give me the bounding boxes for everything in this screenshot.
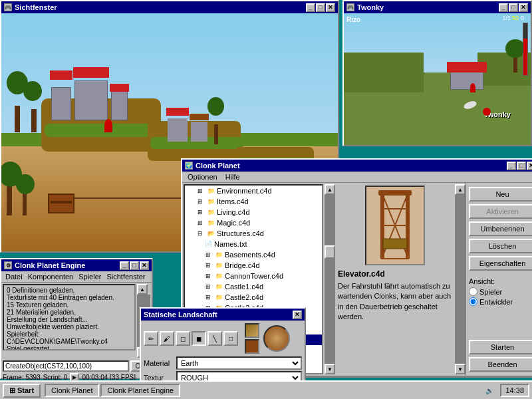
tree-item-bridge[interactable]: ⊞ 📁 Bridge.c4d [185,260,322,271]
tree-label-cannontower: CannonTower.c4d [225,272,283,280]
clonk-planet-menu-hilfe[interactable]: Hilfe [221,172,244,182]
folder-icon-living: 📁 [206,207,215,217]
tool-rect[interactable]: □ [223,331,238,346]
folder-icon-castle1: 📁 [214,282,223,291]
tree-item-castle1[interactable]: ⊞ 📁 Castle1.c4d [185,281,322,292]
tree-item-castle2[interactable]: ⊞ 📁 Castle2.c4d [185,292,322,303]
static-land-close[interactable]: ✕ [293,311,302,319]
log-line-2: Texturliste mit 40 Einträgen geladen. [7,294,132,301]
ansicht-entwickler-option[interactable]: Entwickler [469,297,532,306]
folder-icon-items: 📁 [206,197,215,206]
sichtfenster-close[interactable]: ✕ [326,3,335,12]
twonky-close[interactable]: ✕ [519,3,528,12]
clonk-planet-menu-optionen[interactable]: Optionen [184,172,221,182]
elevator-svg [375,189,415,262]
twonky-player-name: Rizo [346,16,360,23]
tree-scroll-thumb[interactable] [325,245,335,259]
twonky-terrain-left [344,53,424,92]
static-land-window: Statische Landschaft ✕ ✏ 🖌 ◻ ◼ ╲ □ Mater… [140,307,306,382]
tool-fill[interactable]: 🖌 [160,331,174,346]
folder-icon-castle2: 📁 [214,293,223,302]
ansicht-spieler-radio[interactable] [469,287,477,296]
twonky-house-roof [447,62,487,72]
twonky-clonk [470,83,475,92]
tree-scroll-down[interactable]: ▼ [325,364,335,374]
tree-scrollbar: ▲ ▼ [325,184,335,374]
chest-strip [51,201,72,203]
preview-image [365,186,425,265]
activate-button[interactable]: Aktivieren [469,204,532,219]
preview-scroll-down[interactable]: ▼ [455,364,466,374]
start-button[interactable]: Starten [469,340,532,354]
tree-item-living[interactable]: ⊞ 📁 Living.c4d [185,207,322,217]
engine-menu-sichtfenster[interactable]: Sichtfenster [104,272,148,281]
tree-item-environment[interactable]: ⊞ 📁 Environment.c4d [185,186,322,196]
folder-icon-basements: 📁 [214,250,223,259]
material-row: Material Earth [144,356,302,370]
tree-item-magic[interactable]: ⊞ 📁 Magic.c4d [185,217,322,228]
tree-item-structures[interactable]: ⊟ 📂 Structures.c4d [185,228,322,239]
tree-item-basements[interactable]: ⊞ 📁 Basements.c4d [185,249,322,260]
engine-scroll-up[interactable]: ▲ [137,284,148,295]
clonk-planet-maximize[interactable]: □ [517,162,526,170]
engine-maximize[interactable]: □ [130,261,139,270]
taskbar-item-clonk-planet[interactable]: Clonk Planet [45,384,99,397]
tree-item-names[interactable]: 📄 Names.txt [185,239,322,249]
delete-button[interactable]: Löschen [469,239,532,253]
tool-pencil[interactable]: ✏ [144,331,158,346]
tool-eraser[interactable]: ◻ [176,331,190,346]
new-button[interactable]: Neu [469,187,532,201]
start-button-taskbar[interactable]: ⊞ Start [3,384,41,398]
tree-item-items[interactable]: ⊞ 📁 Items.c4d [185,196,322,207]
tool-select[interactable]: ◼ [192,331,206,346]
end-button[interactable]: Beenden [469,357,532,372]
material-preview [245,323,259,354]
texture-preview-circle [263,325,290,352]
rename-button[interactable]: Umbenennen [469,221,532,236]
clonk-planet-menu-bar: Optionen Hilfe [182,172,532,183]
tree-label-castle2: Castle2.c4d [225,293,263,301]
clonk-planet-close[interactable]: ✕ [527,162,532,170]
preview-scroll-up[interactable]: ▲ [455,184,466,195]
twonky-maximize[interactable]: □ [509,3,518,12]
clonk-planet-minimize[interactable]: _ [507,162,516,170]
engine-frame: Frame: 5393 [3,374,41,381]
engine-menu-spieler[interactable]: Spieler [76,272,104,281]
log-line-3: 15 Texturen geladen. [7,301,132,309]
ansicht-entwickler-radio[interactable] [469,297,477,306]
start-label: Start [17,386,34,394]
castle-roof-2 [110,84,129,92]
taskbar-item-engine[interactable]: Clonk Planet Engine [100,384,180,397]
engine-command-input[interactable] [3,360,129,372]
tool-line[interactable]: ╲ [207,331,222,346]
twonky-resources: 50 [512,15,519,21]
tree-trunk-1 [15,106,20,132]
ansicht-label: Ansicht: [469,277,532,285]
start-icon: ⊞ [9,386,15,395]
ansicht-group: Ansicht: Spieler Entwickler [469,277,532,307]
twonky-minimize[interactable]: _ [499,3,508,12]
log-line-4: 21 Materialien geladen. [7,309,132,316]
engine-close[interactable]: ✕ [140,261,149,270]
sichtfenster-title: Sichtfenster [15,3,57,11]
static-land-title: Statische Landschaft [144,311,217,319]
tree-item-cannontower[interactable]: ⊞ 📁 CannonTower.c4d [185,271,322,281]
static-land-body: ✏ 🖌 ◻ ◼ ╲ □ Material Earth Textur ROUGH [141,321,305,388]
tree-label-names: Names.txt [214,240,247,248]
properties-button[interactable]: Eigenschaften [469,256,532,271]
tree-trunk-2 [31,109,37,132]
sichtfenster-maximize[interactable]: □ [316,3,325,12]
twonky-hud-1: 1/1 [502,15,511,21]
building-mid2-roof [190,114,209,120]
log-line-6: Umweltobjekte werden plaziert. [7,323,132,331]
material-select[interactable]: Earth [176,356,302,370]
tree-mid-leaves [207,97,224,116]
twonky-hud-2: 0 [521,15,524,21]
engine-minimize[interactable]: _ [120,261,129,270]
engine-menu-komponenten[interactable]: Komponenten [25,272,76,281]
tree-bl2-leaves [16,174,35,194]
engine-menu-datei[interactable]: Datei [3,272,25,281]
tree-scroll-up[interactable]: ▲ [325,184,335,195]
sichtfenster-minimize[interactable]: _ [306,3,315,12]
ansicht-spieler-option[interactable]: Spieler [469,287,532,296]
